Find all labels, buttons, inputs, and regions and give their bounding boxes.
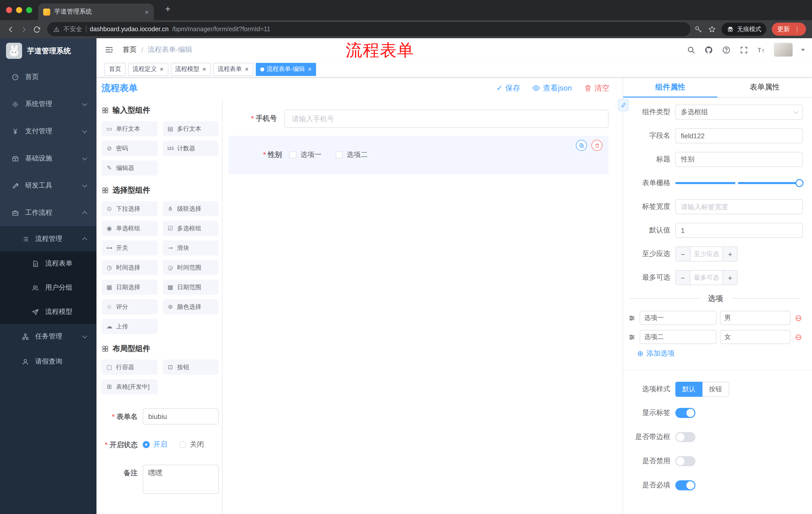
- clear-button[interactable]: 清空: [584, 83, 609, 93]
- sidebar-item-用户分组[interactable]: 用户分组: [0, 276, 96, 300]
- palette-item-级联选择[interactable]: ⋔级联选择: [163, 201, 219, 216]
- palette-item-表格[开发中][interactable]: ⊞表格[开发中]: [102, 379, 157, 394]
- min-select-value[interactable]: 至少应选: [690, 247, 723, 261]
- sidebar-item-流程管理[interactable]: 流程管理: [0, 226, 96, 251]
- slider-track[interactable]: [675, 182, 803, 184]
- form-canvas[interactable]: 手机号 性别 选项一选项二: [223, 99, 622, 514]
- font-size-icon[interactable]: TT: [756, 45, 766, 55]
- tag-close-icon[interactable]: ×: [160, 66, 164, 73]
- max-select-value[interactable]: 最多可选: [690, 271, 723, 285]
- tag-首页[interactable]: 首页: [105, 63, 126, 76]
- sidebar-item-任务管理[interactable]: 任务管理: [0, 324, 96, 349]
- palette-item-时间选择[interactable]: ◷时间选择: [102, 260, 157, 275]
- phone-field-row[interactable]: 手机号: [229, 110, 609, 128]
- sidebar-item-基础设施[interactable]: 基础设施: [0, 145, 96, 172]
- palette-item-日期选择[interactable]: ▦日期选择: [102, 280, 157, 295]
- palette-item-单选框组[interactable]: ◉单选框组: [102, 221, 157, 236]
- tag-close-icon[interactable]: ×: [308, 66, 312, 73]
- sidebar-item-工作流程[interactable]: 工作流程: [0, 199, 96, 226]
- help-icon[interactable]: [721, 45, 731, 55]
- sidebar-item-流程表单[interactable]: 流程表单: [0, 251, 96, 276]
- palette-item-密码[interactable]: ⊘密码: [102, 141, 157, 156]
- radio-enabled[interactable]: 开启: [143, 440, 167, 449]
- grid-slider[interactable]: [675, 175, 803, 191]
- palette-item-时间范围[interactable]: ◶时间范围: [163, 260, 219, 275]
- decrease-button[interactable]: −: [676, 247, 690, 261]
- tag-流程表单-编辑[interactable]: 流程表单-编辑×: [256, 63, 316, 76]
- palette-item-多选框组[interactable]: ☑多选框组: [163, 221, 219, 236]
- phone-input[interactable]: [284, 110, 609, 128]
- zoom-window-button[interactable]: [26, 7, 32, 13]
- sidebar-item-系统管理[interactable]: 系统管理: [0, 90, 96, 118]
- back-button[interactable]: [4, 23, 17, 36]
- palette-item-单行文本[interactable]: ▭单行文本: [102, 121, 157, 136]
- form-name-input[interactable]: [143, 408, 219, 425]
- reload-button[interactable]: [30, 23, 43, 36]
- palette-item-颜色选择[interactable]: ⊛颜色选择: [163, 299, 219, 314]
- option-value-input[interactable]: [720, 311, 790, 325]
- save-button[interactable]: ✓ 保存: [496, 83, 520, 93]
- palette-item-日期范围[interactable]: ▩日期范围: [163, 280, 219, 295]
- label-width-input[interactable]: [675, 199, 803, 214]
- palette-item-上传[interactable]: ☁上传: [102, 319, 157, 334]
- remark-textarea[interactable]: [143, 465, 219, 494]
- link-icon[interactable]: [618, 99, 629, 111]
- toggle-switch[interactable]: [675, 408, 695, 418]
- increase-button[interactable]: +: [723, 247, 737, 261]
- tag-close-icon[interactable]: ×: [245, 66, 249, 73]
- radio-disabled[interactable]: 关闭: [179, 440, 204, 449]
- remove-option-icon[interactable]: ⊖: [794, 314, 803, 322]
- browser-tab[interactable]: 芋道管理系统 ×: [38, 3, 154, 20]
- tag-流程模型[interactable]: 流程模型×: [171, 63, 210, 76]
- browser-menu-icon[interactable]: ⋮: [794, 25, 801, 33]
- palette-item-行容器[interactable]: ▢行容器: [102, 360, 157, 375]
- drag-handle-icon[interactable]: [628, 333, 636, 341]
- tab-close-icon[interactable]: ×: [145, 8, 149, 16]
- tag-流程定义[interactable]: 流程定义×: [128, 63, 168, 76]
- breadcrumb-home[interactable]: 首页: [123, 45, 137, 54]
- avatar-caret-icon[interactable]: [801, 49, 805, 51]
- palette-item-编辑器[interactable]: ✎编辑器: [102, 160, 157, 175]
- password-key-icon[interactable]: [694, 25, 702, 33]
- default-value-input[interactable]: [675, 223, 803, 238]
- toggle-switch[interactable]: [675, 480, 695, 490]
- view-json-button[interactable]: 查看json: [532, 83, 572, 93]
- palette-item-多行文本[interactable]: ▤多行文本: [163, 121, 219, 136]
- gender-field-widget[interactable]: 性别 选项一选项二: [229, 136, 609, 174]
- decrease-button[interactable]: −: [676, 271, 690, 285]
- option-label-input[interactable]: [640, 330, 716, 344]
- close-window-button[interactable]: [6, 7, 12, 13]
- palette-item-计数器[interactable]: 123计数器: [163, 141, 219, 156]
- fullscreen-icon[interactable]: [738, 45, 749, 55]
- toggle-switch[interactable]: [675, 432, 695, 442]
- field-name-input[interactable]: [675, 128, 803, 143]
- sidebar-item-支付管理[interactable]: 支付管理: [0, 118, 96, 145]
- palette-item-开关[interactable]: ⊶开关: [102, 240, 157, 255]
- title-input[interactable]: [675, 152, 803, 167]
- search-icon[interactable]: [686, 45, 696, 55]
- palette-item-下拉选择[interactable]: ⊙下拉选择: [102, 201, 157, 216]
- option-style-button[interactable]: 按钮: [702, 382, 729, 397]
- tag-流程表单[interactable]: 流程表单×: [213, 63, 253, 76]
- update-browser-button[interactable]: 更新 ⋮: [772, 23, 806, 36]
- checkbox-选项二[interactable]: 选项二: [336, 151, 368, 159]
- delete-widget-button[interactable]: [591, 140, 603, 151]
- sidebar-item-首页[interactable]: 首页: [0, 63, 96, 90]
- drag-handle-icon[interactable]: [628, 314, 636, 322]
- new-tab-button[interactable]: +: [162, 4, 174, 15]
- option-style-default[interactable]: 默认: [675, 382, 702, 397]
- sidebar-item-研发工具[interactable]: 研发工具: [0, 172, 96, 199]
- toggle-switch[interactable]: [675, 456, 695, 466]
- add-option-button[interactable]: ⊕ 添加选项: [637, 349, 803, 358]
- palette-item-滑块[interactable]: ⊸滑块: [163, 240, 219, 255]
- component-type-select[interactable]: [675, 105, 803, 120]
- minimize-window-button[interactable]: [16, 7, 22, 13]
- copy-widget-button[interactable]: [576, 140, 587, 151]
- palette-item-按钮[interactable]: ⊡按钮: [163, 360, 219, 375]
- remove-option-icon[interactable]: ⊖: [794, 333, 803, 341]
- palette-item-评分[interactable]: ☆评分: [102, 299, 157, 314]
- user-avatar[interactable]: [774, 43, 793, 57]
- increase-button[interactable]: +: [723, 271, 737, 285]
- tab-form-props[interactable]: 表单属性: [718, 77, 812, 97]
- github-icon[interactable]: [703, 45, 714, 55]
